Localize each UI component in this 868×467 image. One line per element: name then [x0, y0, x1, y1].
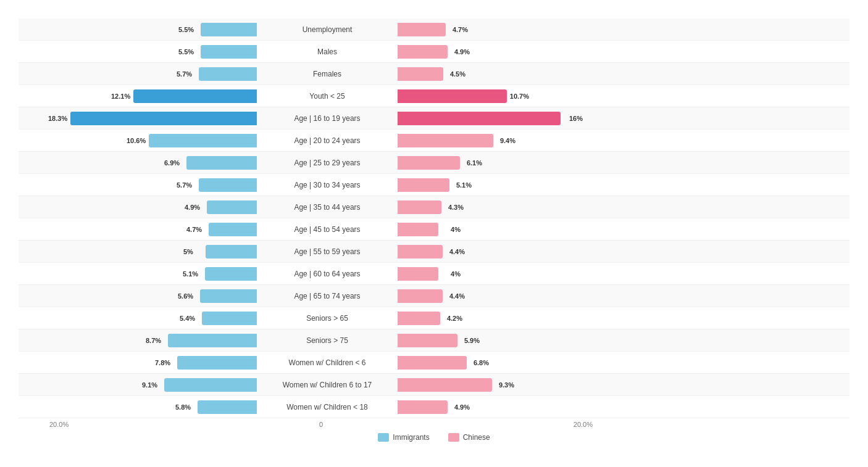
bar-value-left: 5.1%	[183, 270, 198, 278]
bar-value-right: 9.4%	[500, 137, 515, 144]
chart-row: 7.8% Women w/ Children < 6 6.8%	[19, 352, 849, 374]
bar-left: 5.7%	[199, 178, 257, 192]
left-bar-container: 5%	[49, 245, 259, 258]
bar-left: 5.6%	[200, 289, 257, 303]
bar-value-left: 5.7%	[177, 181, 192, 189]
legend-color-swatch	[378, 433, 389, 442]
row-label: Women w/ Children < 18	[286, 403, 368, 411]
bar-value-right: 6.8%	[474, 359, 489, 366]
bar-left: 5.1%	[205, 267, 257, 281]
chart-row: 5.8% Women w/ Children < 18 4.9%	[19, 396, 849, 418]
right-bar-container: 4.7%	[395, 23, 605, 36]
bar-left: 5.5%	[201, 45, 257, 59]
chart-row: 5.7% Females 4.5%	[19, 63, 849, 85]
bar-right: 4.2%	[398, 312, 440, 325]
bar-value-left: 5.6%	[178, 292, 193, 300]
row-label-container: Age | 30 to 34 years	[259, 181, 395, 189]
right-bar-container: 4.3%	[395, 200, 605, 214]
bar-left: 7.8%	[177, 356, 257, 370]
right-bar-container: 4%	[395, 267, 605, 281]
axis-container: 20.0% 0 20.0%	[19, 421, 849, 428]
bar-value-right: 4.2%	[447, 315, 462, 322]
bar-value-right: 4%	[451, 270, 461, 278]
row-label-container: Women w/ Children < 6	[259, 358, 395, 367]
bar-value-left: 5.8%	[175, 403, 191, 411]
left-bar-container: 4.9%	[49, 200, 259, 214]
axis-left-label: 20.0%	[49, 421, 69, 428]
bar-value-left: 18.3%	[48, 115, 67, 122]
bar-value-right: 5.1%	[456, 181, 472, 189]
legend-color-swatch	[448, 433, 459, 442]
legend-row: Immigrants Chinese	[19, 433, 849, 442]
left-bar-container: 5.8%	[49, 400, 259, 414]
bar-value-left: 5.5%	[178, 48, 194, 56]
legend-item: Chinese	[448, 433, 490, 442]
chart-row: 5.7% Age | 30 to 34 years 5.1%	[19, 174, 849, 196]
bar-left: 4.7%	[209, 223, 257, 236]
right-bar-container: 4%	[395, 223, 605, 236]
bar-right: 5.1%	[398, 178, 449, 192]
left-bar-container: 5.6%	[49, 289, 259, 303]
row-label-container: Unemployment	[259, 25, 395, 34]
row-label-container: Age | 65 to 74 years	[259, 292, 395, 300]
bar-right: 4.9%	[398, 45, 448, 59]
row-label: Females	[313, 70, 341, 78]
bar-left: 5%	[206, 245, 257, 258]
left-bar-container: 12.1%	[49, 89, 259, 103]
bar-value-right: 4.9%	[454, 403, 470, 411]
bar-value-left: 4.7%	[186, 226, 202, 233]
row-label: Males	[317, 48, 337, 56]
chart-row: 5.5% Males 4.9%	[19, 41, 849, 63]
row-label: Age | 30 to 34 years	[294, 181, 360, 189]
left-bar-container: 5.4%	[49, 312, 259, 325]
bar-value-right: 16%	[569, 115, 583, 122]
left-bar-container: 5.7%	[49, 178, 259, 192]
left-bar-container: 6.9%	[49, 156, 259, 170]
bar-left: 5.8%	[198, 400, 257, 414]
chart-row: 10.6% Age | 20 to 24 years 9.4%	[19, 130, 849, 152]
row-label-container: Women w/ Children < 18	[259, 403, 395, 411]
axis-right-label: 20.0%	[574, 421, 593, 428]
chart-area: 5.5% Unemployment 4.7% 5.5% Males	[19, 19, 849, 418]
right-bar-container: 9.3%	[395, 378, 605, 392]
row-label-container: Females	[259, 70, 395, 78]
row-label-container: Seniors > 65	[259, 314, 395, 323]
row-label: Age | 16 to 19 years	[294, 114, 360, 123]
row-label-container: Age | 25 to 29 years	[259, 159, 395, 167]
bar-right: 6.1%	[398, 156, 460, 170]
bar-right: 4%	[398, 267, 438, 281]
right-bar-container: 4.2%	[395, 312, 605, 325]
chart-container: 5.5% Unemployment 4.7% 5.5% Males	[0, 0, 868, 467]
left-bar-container: 7.8%	[49, 356, 259, 370]
row-label-container: Age | 55 to 59 years	[259, 247, 395, 256]
bar-value-right: 4.4%	[449, 292, 465, 300]
bar-value-right: 6.1%	[467, 159, 482, 167]
bar-right: 4.9%	[398, 400, 448, 414]
left-bar-container: 18.3%	[49, 112, 259, 125]
bar-value-left: 8.7%	[146, 337, 161, 344]
bar-left: 10.6%	[149, 134, 257, 147]
left-bar-container: 4.7%	[49, 223, 259, 236]
row-label-container: Women w/ Children 6 to 17	[259, 381, 395, 389]
row-label: Age | 45 to 54 years	[294, 225, 360, 234]
bar-value-right: 4.7%	[453, 26, 468, 33]
row-label: Age | 35 to 44 years	[294, 203, 360, 212]
row-label: Unemployment	[303, 25, 353, 34]
chart-row: 5.5% Unemployment 4.7%	[19, 19, 849, 41]
right-bar-container: 16%	[395, 112, 605, 125]
row-label-container: Age | 45 to 54 years	[259, 225, 395, 234]
row-label-container: Age | 16 to 19 years	[259, 114, 395, 123]
bar-right: 5.9%	[398, 334, 457, 347]
row-label: Age | 20 to 24 years	[294, 136, 360, 145]
bar-value-left: 6.9%	[164, 159, 180, 167]
right-bar-container: 9.4%	[395, 134, 605, 147]
row-label: Age | 55 to 59 years	[294, 247, 360, 256]
row-label-container: Males	[259, 48, 395, 56]
chart-row: 5.6% Age | 65 to 74 years 4.4%	[19, 285, 849, 307]
chart-row: 4.7% Age | 45 to 54 years 4%	[19, 218, 849, 241]
right-bar-container: 5.9%	[395, 334, 605, 347]
bar-value-left: 9.1%	[142, 381, 157, 389]
bar-value-right: 4.9%	[454, 48, 470, 56]
right-bar-container: 6.1%	[395, 156, 605, 170]
bar-left: 5.7%	[199, 67, 257, 81]
